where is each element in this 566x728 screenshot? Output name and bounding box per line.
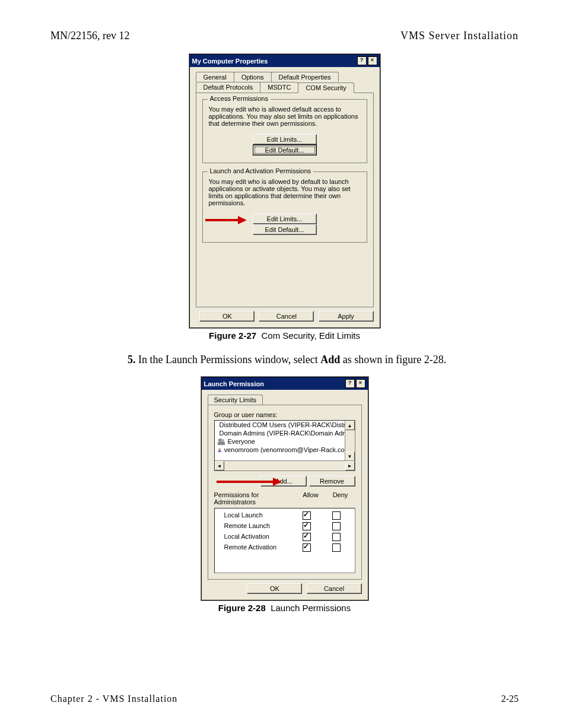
- group-user-names-label: Group or user names:: [214, 411, 355, 418]
- list-item[interactable]: Distributed COM Users (VIPER-RACK\Distri…: [215, 421, 355, 429]
- access-permissions-group: Access Permissions You may edit who is a…: [202, 99, 367, 163]
- dialog-title: My Computer Properties: [192, 58, 268, 65]
- remove-button[interactable]: Remove: [309, 476, 355, 487]
- group-text: You may edit who is allowed default acce…: [209, 106, 361, 127]
- footer-left: Chapter 2 - VMS Installation: [50, 694, 177, 704]
- deny-checkbox[interactable]: [332, 522, 341, 530]
- deny-checkbox[interactable]: [332, 533, 341, 541]
- allow-checkbox[interactable]: [303, 511, 311, 520]
- launch-edit-limits-button[interactable]: Edit Limits...: [253, 214, 317, 224]
- figure-caption: Figure 2-28 Launch Permissions: [50, 603, 519, 613]
- tab-default-properties[interactable]: Default Properties: [271, 72, 339, 82]
- users-listbox[interactable]: Distributed COM Users (VIPER-RACK\Distri…: [214, 420, 355, 471]
- list-item[interactable]: Everyone: [215, 437, 355, 446]
- scroll-down-icon[interactable]: ▼: [345, 452, 355, 461]
- group-text: You may edit who is allowed by default t…: [209, 178, 361, 206]
- allow-checkbox[interactable]: [303, 533, 311, 541]
- group-legend: Launch and Activation Permissions: [208, 167, 314, 174]
- help-icon[interactable]: ?: [357, 56, 367, 65]
- svg-point-11: [218, 449, 221, 451]
- scroll-right-icon[interactable]: ►: [345, 461, 355, 471]
- access-edit-limits-button[interactable]: Edit Limits...: [253, 134, 317, 145]
- cancel-button[interactable]: Cancel: [259, 311, 314, 322]
- apply-button[interactable]: Apply: [319, 311, 374, 322]
- launch-activation-permissions-group: Launch and Activation Permissions You ma…: [202, 171, 367, 243]
- list-item[interactable]: Domain Admins (VIPER-RACK\Domain Admins): [215, 429, 355, 437]
- ok-button[interactable]: OK: [247, 583, 302, 594]
- allow-checkbox[interactable]: [303, 543, 311, 552]
- scroll-up-icon[interactable]: ▲: [345, 421, 355, 430]
- vertical-scrollbar[interactable]: ▲ ▼: [345, 421, 355, 461]
- close-icon[interactable]: ×: [356, 379, 365, 388]
- tab-com-security[interactable]: COM Security: [298, 82, 354, 93]
- user-icon: [217, 446, 222, 453]
- dialog-title: Launch Permission: [204, 380, 264, 387]
- ok-button[interactable]: OK: [199, 311, 255, 322]
- svg-marker-1: [238, 216, 247, 224]
- step-5: 5. In the Launch Permissions window, sel…: [128, 354, 519, 366]
- allow-checkbox[interactable]: [303, 522, 311, 530]
- permissions-label: Permissions for Administrators: [214, 491, 296, 506]
- allow-header: Allow: [296, 491, 326, 506]
- svg-marker-14: [273, 478, 282, 486]
- permissions-listbox: Local Launch Remote Launch Local Activat: [214, 508, 355, 573]
- figure-caption: Figure 2-27 Com Security, Edit Limits: [50, 330, 519, 341]
- tab-general[interactable]: General: [196, 72, 234, 82]
- access-edit-default-button[interactable]: Edit Default...: [253, 145, 317, 155]
- launch-edit-default-button[interactable]: Edit Default...: [253, 224, 317, 235]
- close-icon[interactable]: ×: [368, 56, 377, 65]
- permission-row: Remote Activation: [218, 543, 351, 554]
- tab-default-protocols[interactable]: Default Protocols: [196, 82, 261, 93]
- deny-header: Deny: [326, 491, 355, 506]
- group-icon: [217, 438, 225, 445]
- launch-permission-dialog: Launch Permission ? × Security Limits Gr…: [201, 377, 368, 600]
- arrow-icon: [205, 216, 247, 224]
- svg-rect-12: [218, 450, 221, 452]
- deny-checkbox[interactable]: [332, 543, 341, 552]
- help-icon[interactable]: ?: [345, 379, 355, 388]
- permission-row: Remote Launch: [218, 522, 351, 532]
- permission-row: Local Activation: [218, 532, 351, 543]
- header-right: VMS Server Installation: [400, 30, 519, 42]
- scroll-left-icon[interactable]: ◄: [215, 461, 224, 471]
- list-item[interactable]: venomroom (venomroom@Viper-Rack.com): [215, 446, 355, 454]
- permission-row: Local Launch: [218, 511, 351, 522]
- svg-rect-10: [218, 442, 225, 445]
- footer-right: 2-25: [501, 694, 519, 704]
- group-legend: Access Permissions: [208, 95, 271, 102]
- arrow-icon: [217, 478, 282, 486]
- tab-security-limits[interactable]: Security Limits: [208, 395, 263, 405]
- cancel-button[interactable]: Cancel: [307, 583, 362, 594]
- tab-msdtc[interactable]: MSDTC: [260, 82, 298, 93]
- my-computer-properties-dialog: My Computer Properties ? × General Optio…: [189, 54, 380, 328]
- tab-options[interactable]: Options: [234, 72, 272, 82]
- horizontal-scrollbar[interactable]: ◄ ►: [215, 460, 355, 471]
- deny-checkbox[interactable]: [332, 511, 341, 520]
- header-left: MN/22156, rev 12: [50, 30, 130, 42]
